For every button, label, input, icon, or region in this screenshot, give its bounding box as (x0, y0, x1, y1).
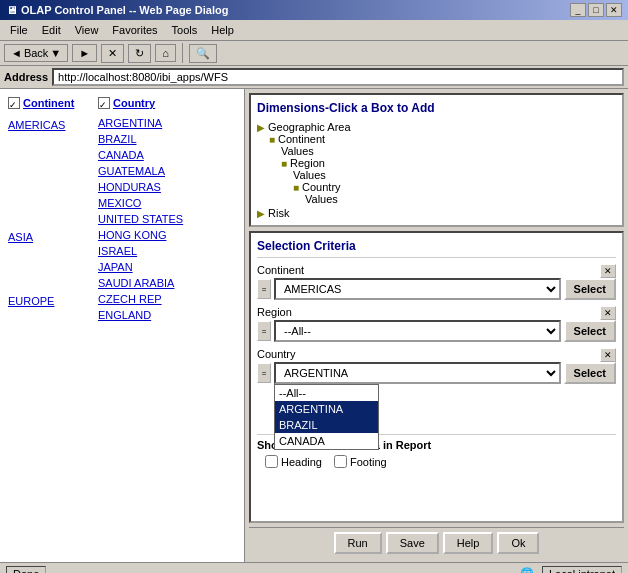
table-headers: Continent Country (8, 97, 236, 109)
country-select-button[interactable]: Select (564, 362, 616, 384)
footing-checkbox-label: Footing (334, 455, 387, 468)
tree-label-region: Region (290, 157, 325, 169)
continent-move-button[interactable]: = (257, 279, 271, 299)
dropdown-canada[interactable]: CANADA (275, 433, 378, 449)
minimize-button[interactable]: _ (570, 3, 586, 17)
country-japan[interactable]: JAPAN (98, 261, 174, 273)
run-button[interactable]: Run (334, 532, 382, 554)
footing-checkbox[interactable] (334, 455, 347, 468)
menu-help[interactable]: Help (205, 22, 240, 38)
tree-continent[interactable]: ■ Continent (269, 133, 616, 145)
region-close-button[interactable]: ✕ (600, 306, 616, 320)
tree-label-risk: Risk (268, 207, 289, 219)
country-saudi-arabia[interactable]: SAUDI ARABIA (98, 277, 174, 289)
tree-bullet-country-icon: ■ (293, 182, 299, 193)
back-button[interactable]: ◄ Back ▼ (4, 44, 68, 62)
tree-region[interactable]: ■ Region (281, 157, 616, 169)
country-mexico[interactable]: MEXICO (98, 197, 183, 209)
dropdown-argentina[interactable]: ARGENTINA (275, 401, 378, 417)
tree-label-region-values: Values (293, 169, 326, 181)
country-argentina[interactable]: ARGENTINA (98, 117, 183, 129)
dropdown-all[interactable]: --All-- (275, 385, 378, 401)
help-button[interactable]: Help (443, 532, 494, 554)
address-input[interactable] (52, 68, 624, 86)
country-honduras[interactable]: HONDURAS (98, 181, 183, 193)
toolbar: ◄ Back ▼ ► ✕ ↻ ⌂ 🔍 (0, 41, 628, 66)
menu-edit[interactable]: Edit (36, 22, 67, 38)
country-close-button[interactable]: ✕ (600, 348, 616, 362)
region-move-button[interactable]: = (257, 321, 271, 341)
country-united-states[interactable]: UNITED STATES (98, 213, 183, 225)
region-select[interactable]: --All-- (274, 320, 561, 342)
save-button[interactable]: Save (386, 532, 439, 554)
zone-status: Local intranet (542, 566, 622, 574)
continent-select-button[interactable]: Select (564, 278, 616, 300)
action-buttons: Run Save Help Ok (249, 527, 624, 558)
ok-button[interactable]: Ok (497, 532, 539, 554)
refresh-button[interactable]: ↻ (128, 44, 151, 63)
tree-label-country: Country (302, 181, 341, 193)
country-israel[interactable]: ISRAEL (98, 245, 174, 257)
heading-label: Heading (281, 456, 322, 468)
country-criteria-label: Country (257, 348, 296, 360)
address-label: Address (4, 71, 48, 83)
table-row: AMERICAS ARGENTINA BRAZIL CANADA GUATEMA… (8, 117, 236, 225)
tree-geographic-area[interactable]: ▶ Geographic Area (257, 121, 616, 133)
country-dropdown-list: --All-- ARGENTINA BRAZIL CANADA (274, 384, 379, 450)
close-button[interactable]: ✕ (606, 3, 622, 17)
country-guatemala[interactable]: GUATEMALA (98, 165, 183, 177)
search-button[interactable]: 🔍 (189, 44, 217, 63)
menu-tools[interactable]: Tools (166, 22, 204, 38)
tree-expand-icon: ▶ (257, 122, 265, 133)
tree-label-country-values: Values (305, 193, 338, 205)
continent-asia[interactable]: ASIA (8, 229, 98, 289)
address-bar: Address (0, 66, 628, 89)
heading-checkbox[interactable] (265, 455, 278, 468)
stop-button[interactable]: ✕ (101, 44, 124, 63)
country-move-button[interactable]: = (257, 363, 271, 383)
restore-button[interactable]: □ (588, 3, 604, 17)
menu-file[interactable]: File (4, 22, 34, 38)
region-select-button[interactable]: Select (564, 320, 616, 342)
menu-favorites[interactable]: Favorites (106, 22, 163, 38)
continent-close-button[interactable]: ✕ (600, 264, 616, 278)
country-select[interactable]: ARGENTINA BRAZIL CANADA (274, 362, 561, 384)
forward-button[interactable]: ► (72, 44, 97, 62)
tree-risk[interactable]: ▶ Risk (257, 207, 616, 219)
country-hong-kong[interactable]: HONG KONG (98, 229, 174, 241)
criteria-continent: Continent ✕ = AMERICAS Select (257, 264, 616, 300)
country-list-asia: HONG KONG ISRAEL JAPAN SAUDI ARABIA (98, 229, 174, 289)
home-button[interactable]: ⌂ (155, 44, 176, 62)
country-brazil[interactable]: BRAZIL (98, 133, 183, 145)
menu-bar: File Edit View Favorites Tools Help (0, 20, 628, 41)
continent-header[interactable]: Continent (23, 97, 74, 109)
tree-continent-values[interactable]: Values (281, 145, 616, 157)
table-row: ASIA HONG KONG ISRAEL JAPAN SAUDI ARABIA (8, 229, 236, 289)
internet-icon: 🌐 (520, 567, 534, 573)
tree-country-values[interactable]: Values (305, 193, 616, 205)
country-checkbox[interactable] (98, 97, 110, 109)
table-row: EUROPE CZECH REP ENGLAND (8, 293, 236, 321)
country-czech-rep[interactable]: CZECH REP (98, 293, 162, 305)
dropdown-brazil[interactable]: BRAZIL (275, 417, 378, 433)
criteria-region: Region ✕ = --All-- Select (257, 306, 616, 342)
dimensions-title: Dimensions-Click a Box to Add (257, 101, 616, 115)
toolbar-separator (182, 43, 183, 63)
continent-europe[interactable]: EUROPE (8, 293, 98, 321)
tree-bullet-region-icon: ■ (281, 158, 287, 169)
title-bar: 🖥 OLAP Control Panel -- Web Page Dialog … (0, 0, 628, 20)
country-list-europe: CZECH REP ENGLAND (98, 293, 162, 321)
continent-americas[interactable]: AMERICAS (8, 117, 98, 225)
footing-label: Footing (350, 456, 387, 468)
country-canada[interactable]: CANADA (98, 149, 183, 161)
country-header[interactable]: Country (113, 97, 155, 109)
continent-select[interactable]: AMERICAS (274, 278, 561, 300)
tree-label-continent: Continent (278, 133, 325, 145)
continent-checkbox[interactable] (8, 97, 20, 109)
menu-view[interactable]: View (69, 22, 105, 38)
selection-title: Selection Criteria (257, 239, 616, 258)
country-england[interactable]: ENGLAND (98, 309, 162, 321)
tree-region-values[interactable]: Values (293, 169, 616, 181)
tree-country[interactable]: ■ Country (293, 181, 616, 193)
main-content: Continent Country AMERICAS ARGENTINA BRA… (0, 89, 628, 562)
